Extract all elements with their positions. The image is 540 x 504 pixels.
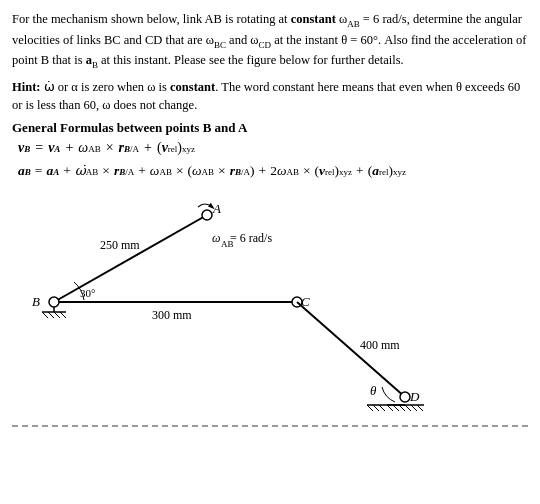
theta-label: θ (370, 383, 377, 398)
formula-vb: vB = vA + ωAB × rB/A + (vrel)xyz (18, 140, 528, 156)
dim-250-label: 250 mm (100, 238, 140, 252)
dim-300-label: 300 mm (152, 308, 192, 322)
svg-line-6 (54, 215, 207, 302)
svg-point-15 (400, 392, 410, 402)
svg-point-12 (49, 297, 59, 307)
omega-ab-label: ω (212, 231, 220, 245)
svg-line-24 (367, 405, 373, 411)
svg-line-17 (387, 405, 393, 411)
intro-paragraph: For the mechanism shown below, link AB i… (12, 10, 528, 72)
svg-line-2 (42, 312, 48, 318)
svg-line-3 (48, 312, 54, 318)
svg-line-21 (411, 405, 417, 411)
svg-line-26 (379, 405, 385, 411)
svg-point-7 (202, 210, 212, 220)
hint-paragraph: Hint: ω̇ or α is zero when ω is constant… (12, 78, 528, 114)
dim-400-label: 400 mm (360, 338, 400, 352)
svg-line-20 (405, 405, 411, 411)
point-b-label: B (32, 294, 40, 309)
formulas-title: General Formulas between points B and A (12, 120, 528, 136)
bottom-divider (12, 425, 528, 427)
svg-line-5 (60, 312, 66, 318)
svg-line-25 (373, 405, 379, 411)
point-d-label: D (409, 389, 420, 404)
svg-line-22 (417, 405, 423, 411)
point-a-label: A (212, 201, 221, 216)
angle-30-label: 30° (80, 287, 95, 299)
svg-line-18 (393, 405, 399, 411)
svg-text:= 6 rad/s: = 6 rad/s (230, 231, 272, 245)
formula-block: vB = vA + ωAB × rB/A + (vrel)xyz aB = aA… (12, 140, 528, 179)
svg-line-4 (54, 312, 60, 318)
mechanism-diagram: A ω AB = 6 rad/s 250 mm 30° B C (12, 187, 528, 417)
formula-ab: aB = aA + ω̇AB × rB/A + ωAB × (ωAB × rB/… (18, 162, 528, 179)
svg-line-19 (399, 405, 405, 411)
